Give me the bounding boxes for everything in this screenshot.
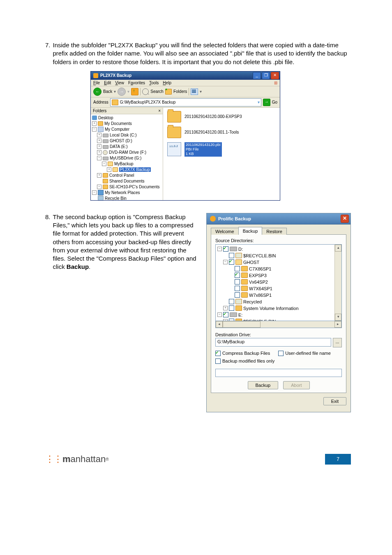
tree-e[interactable]: DATA (E:)	[110, 144, 128, 149]
folders-button[interactable]: Folders	[173, 89, 187, 94]
tree-expand[interactable]: +	[223, 319, 228, 321]
tree-c[interactable]: Local Disk (C:)	[110, 133, 137, 137]
tree-cpanel[interactable]: Control Panel	[109, 173, 134, 178]
menu-help[interactable]: Help	[163, 81, 171, 85]
checkbox-compress[interactable]	[215, 351, 221, 356]
file-item-folder2[interactable]: 20110629143120.001.1-Tools	[167, 127, 276, 138]
tree-expand[interactable]: +	[97, 133, 101, 137]
tree-f[interactable]: DVD-RAM Drive (F:)	[109, 150, 146, 155]
maximize-button[interactable]: ❐	[262, 72, 270, 79]
tree-g[interactable]: MyUSBDrive (G:)	[110, 156, 141, 160]
checkbox[interactable]	[235, 266, 240, 271]
node-vx[interactable]: Vx64SP2	[249, 280, 268, 284]
checkbox[interactable]	[235, 279, 240, 284]
scroll-thumb[interactable]	[335, 252, 341, 271]
close-button[interactable]: ✕	[271, 72, 279, 79]
scroll-right-button[interactable]: ▸	[334, 321, 341, 328]
tree-collapse[interactable]: −	[92, 190, 97, 195]
checkbox-ghost[interactable]	[229, 259, 234, 265]
node-w764[interactable]: W7X64SP1	[249, 286, 272, 291]
go-button[interactable]: Go	[272, 100, 277, 104]
tree-d[interactable]: GHOST (D:)	[110, 139, 132, 143]
h-scrollbar[interactable]: ◂ ▸	[215, 321, 342, 328]
tree-expand[interactable]: +	[97, 173, 101, 178]
close-button[interactable]: ✕	[341, 215, 349, 223]
scroll-thumb[interactable]	[223, 321, 261, 328]
v-scrollbar[interactable]: ▴ ▾	[334, 245, 341, 321]
tree-expand[interactable]: +	[97, 144, 101, 149]
scroll-left-button[interactable]: ◂	[216, 321, 223, 328]
minimize-button[interactable]: _	[253, 72, 261, 79]
checkbox-userdef[interactable]	[278, 351, 284, 356]
back-button[interactable]: ←	[93, 88, 101, 96]
exit-button[interactable]: Exit	[323, 397, 346, 405]
node-svi[interactable]: System Volume Information	[243, 306, 299, 311]
tree-collapse[interactable]: −	[223, 260, 228, 264]
menu-tools[interactable]: Tools	[149, 81, 159, 85]
tree-collapse[interactable]: −	[97, 185, 101, 189]
menu-file[interactable]: File	[93, 81, 100, 85]
node-ghost[interactable]: GHOST	[243, 260, 259, 265]
tab-welcome[interactable]: Welcome	[211, 228, 239, 235]
checkbox[interactable]	[229, 305, 234, 311]
tree-seich[interactable]: SE-ICH10-PC's Documents	[109, 185, 160, 189]
forward-button[interactable]: →	[118, 88, 126, 96]
tree-mydocs[interactable]: My Documents	[104, 121, 132, 126]
menu-view[interactable]: View	[115, 81, 124, 85]
folder-tree[interactable]: Desktop +My Documents −My Computer +Loca…	[91, 114, 163, 200]
tree-collapse[interactable]: −	[102, 162, 106, 166]
tree-desktop[interactable]: Desktop	[98, 116, 113, 120]
node-expsp3[interactable]: EXPSP3	[249, 273, 267, 278]
tree-mybackup[interactable]: MyBackup	[114, 162, 134, 166]
node-recycled[interactable]: Recycled	[243, 299, 262, 304]
tree-mycomputer[interactable]: My Computer	[105, 127, 129, 132]
node-d[interactable]: D:	[238, 247, 243, 252]
scroll-down-button[interactable]: ▾	[335, 314, 341, 321]
checkbox[interactable]	[235, 292, 240, 298]
search-button[interactable]: Search	[150, 89, 164, 94]
abort-button[interactable]: Abort	[283, 381, 309, 389]
tree-network[interactable]: My Network Places	[105, 190, 140, 195]
file-item-pbi[interactable]: 20110629143120.pbi PBI File 1 KB	[167, 142, 276, 157]
checkbox[interactable]	[229, 319, 234, 321]
tree-collapse[interactable]: −	[92, 127, 97, 132]
file-item-folder1[interactable]: 20110629143120.000-EXPSP3	[167, 111, 276, 123]
tree-expand[interactable]: +	[92, 121, 97, 126]
tree-expand[interactable]: +	[223, 306, 228, 310]
checkbox-e[interactable]	[223, 312, 228, 317]
node-w786[interactable]: W7x86SP1	[249, 293, 272, 298]
source-tree[interactable]: −D: $RECYCLE.BIN −GHOST C7X86SP1 EXPSP3 …	[215, 244, 342, 321]
node-e-rec[interactable]: $RECYCLE.BIN	[243, 319, 276, 321]
scroll-up-button[interactable]: ▴	[335, 245, 341, 252]
backup-button[interactable]: Backup	[248, 381, 279, 389]
checkbox-d[interactable]	[223, 246, 228, 252]
tree-collapse[interactable]: −	[217, 247, 222, 251]
checkbox-expsp3[interactable]	[235, 273, 240, 278]
tree-recycle[interactable]: Recycle Bin	[105, 196, 127, 200]
tree-expand[interactable]: +	[97, 139, 101, 143]
menu-favorites[interactable]: Favorites	[128, 81, 145, 85]
folders-pane-close[interactable]: ×	[158, 109, 161, 113]
tree-expand[interactable]: +	[107, 167, 111, 172]
tree-expand[interactable]: +	[97, 150, 101, 155]
tab-backup[interactable]: Backup	[238, 227, 263, 235]
explorer-titlebar[interactable]: PL2X7X Backup _ ❐ ✕	[91, 72, 280, 80]
prolific-titlebar[interactable]: Prolific Backup ✕	[207, 213, 350, 224]
tab-restore[interactable]: Restore	[262, 228, 287, 235]
up-button[interactable]	[131, 88, 138, 95]
tree-pl2x7x-selected[interactable]: PL2X7X Backup	[119, 167, 151, 172]
tree-collapse[interactable]: −	[217, 312, 222, 317]
node-c7[interactable]: C7X86SP1	[249, 266, 271, 271]
checkbox-modified[interactable]	[215, 358, 221, 364]
dest-input[interactable]: G:\MyBackup	[215, 338, 331, 347]
content-pane[interactable]: 20110629143120.000-EXPSP3 20110629143120…	[163, 108, 280, 200]
tree-collapse[interactable]: −	[97, 156, 101, 160]
browse-button[interactable]: ...	[333, 338, 342, 347]
tree-shared[interactable]: Shared Documents	[109, 179, 145, 183]
checkbox[interactable]	[235, 286, 240, 291]
node-recyclebin[interactable]: $RECYCLE.BIN	[243, 253, 276, 258]
views-button[interactable]	[191, 88, 198, 95]
node-e[interactable]: E:	[238, 312, 242, 317]
checkbox[interactable]	[229, 253, 234, 258]
address-input[interactable]: G:\MyBackup\PL2X7X Backup ▾	[110, 98, 261, 106]
